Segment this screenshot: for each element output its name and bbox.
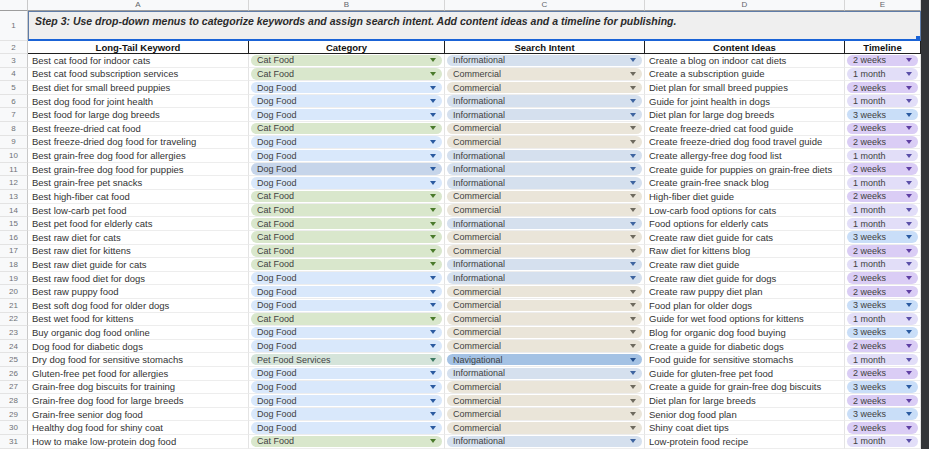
category-dropdown[interactable]: Dog Food (251, 109, 442, 121)
category-dropdown[interactable]: Dog Food (251, 272, 442, 284)
row-number[interactable]: 16 (0, 231, 28, 245)
content-idea-cell[interactable]: Create freeze-dried cat food guide (645, 122, 845, 136)
timeline-dropdown[interactable]: 2 weeks (847, 286, 918, 298)
keyword-cell[interactable]: Best cat food for indoor cats (28, 54, 249, 68)
search-intent-dropdown[interactable]: Informational (447, 109, 642, 121)
header-content-ideas[interactable]: Content Ideas (645, 41, 845, 54)
keyword-cell[interactable]: Best raw food diet for dogs (28, 272, 249, 286)
timeline-dropdown[interactable]: 1 month (847, 218, 918, 230)
content-idea-cell[interactable]: Diet plan for small breed puppies (645, 81, 845, 95)
row-number[interactable]: 4 (0, 68, 28, 82)
row-number[interactable]: 24 (0, 340, 28, 354)
category-dropdown[interactable]: Dog Food (251, 177, 442, 189)
timeline-dropdown[interactable]: 2 weeks (847, 191, 918, 203)
row-number[interactable]: 28 (0, 394, 28, 408)
timeline-dropdown[interactable]: 2 weeks (847, 395, 918, 407)
search-intent-dropdown[interactable]: Commercial (447, 327, 642, 339)
timeline-dropdown[interactable]: 3 weeks (847, 327, 918, 339)
row-number[interactable]: 20 (0, 285, 28, 299)
timeline-dropdown[interactable]: 2 weeks (847, 136, 918, 148)
timeline-dropdown[interactable]: 2 weeks (847, 82, 918, 94)
category-dropdown[interactable]: Cat Food (251, 436, 442, 448)
keyword-cell[interactable]: Best high-fiber cat food (28, 190, 249, 204)
content-idea-cell[interactable]: Food guide for sensitive stomachs (645, 353, 845, 367)
content-idea-cell[interactable]: Guide for wet food options for kittens (645, 313, 845, 327)
row-number[interactable]: 15 (0, 217, 28, 231)
category-dropdown[interactable]: Dog Food (251, 150, 442, 162)
timeline-dropdown[interactable]: 2 weeks (847, 422, 918, 434)
search-intent-dropdown[interactable]: Informational (447, 436, 642, 448)
search-intent-dropdown[interactable]: Navigational (447, 354, 642, 366)
category-dropdown[interactable]: Dog Food (251, 368, 442, 380)
keyword-cell[interactable]: Best food for large dog breeds (28, 108, 249, 122)
search-intent-dropdown[interactable]: Commercial (447, 245, 642, 257)
column-header-c[interactable]: C (445, 0, 645, 11)
timeline-dropdown[interactable]: 1 month (847, 68, 918, 80)
search-intent-dropdown[interactable]: Informational (447, 218, 642, 230)
row-number[interactable]: 26 (0, 367, 28, 381)
content-idea-cell[interactable]: Diet plan for large breeds (645, 394, 845, 408)
row-number[interactable]: 27 (0, 381, 28, 395)
row-number[interactable]: 13 (0, 190, 28, 204)
timeline-dropdown[interactable]: 2 weeks (847, 163, 918, 175)
search-intent-dropdown[interactable]: Commercial (447, 123, 642, 135)
content-idea-cell[interactable]: High-fiber diet guide (645, 190, 845, 204)
category-dropdown[interactable]: Dog Food (251, 340, 442, 352)
row-number[interactable]: 29 (0, 408, 28, 422)
keyword-cell[interactable]: Best freeze-dried cat food (28, 122, 249, 136)
keyword-cell[interactable]: Best low-carb pet food (28, 204, 249, 218)
timeline-dropdown[interactable]: 2 weeks (847, 368, 918, 380)
timeline-dropdown[interactable]: 3 weeks (847, 300, 918, 312)
content-idea-cell[interactable]: Guide for gluten-free pet food (645, 367, 845, 381)
content-idea-cell[interactable]: Create a blog on indoor cat diets (645, 54, 845, 68)
content-idea-cell[interactable]: Create allergy-free dog food list (645, 149, 845, 163)
content-idea-cell[interactable]: Diet plan for large dog breeds (645, 108, 845, 122)
row-number[interactable]: 12 (0, 176, 28, 190)
search-intent-dropdown[interactable]: Informational (447, 177, 642, 189)
timeline-dropdown[interactable]: 2 weeks (847, 340, 918, 352)
content-idea-cell[interactable]: Create raw diet guide for dogs (645, 272, 845, 286)
header-search-intent[interactable]: Search Intent (445, 41, 645, 54)
timeline-dropdown[interactable]: 2 weeks (847, 245, 918, 257)
content-idea-cell[interactable]: Food options for elderly cats (645, 217, 845, 231)
row-number[interactable]: 6 (0, 95, 28, 109)
keyword-cell[interactable]: Best soft dog food for older dogs (28, 299, 249, 313)
timeline-dropdown[interactable]: 1 month (847, 95, 918, 107)
timeline-dropdown[interactable]: 1 month (847, 150, 918, 162)
row-number[interactable]: 21 (0, 299, 28, 313)
category-dropdown[interactable]: Dog Food (251, 327, 442, 339)
search-intent-dropdown[interactable]: Commercial (447, 408, 642, 420)
timeline-dropdown[interactable]: 1 month (847, 313, 918, 325)
timeline-dropdown[interactable]: 3 weeks (847, 408, 918, 420)
keyword-cell[interactable]: Buy organic dog food online (28, 326, 249, 340)
category-dropdown[interactable]: Cat Food (251, 218, 442, 230)
timeline-dropdown[interactable]: 2 weeks (847, 272, 918, 284)
keyword-cell[interactable]: Best raw diet guide for cats (28, 258, 249, 272)
content-idea-cell[interactable]: Food plan for older dogs (645, 299, 845, 313)
keyword-cell[interactable]: Best diet for small breed puppies (28, 81, 249, 95)
header-long-tail-keyword[interactable]: Long-Tail Keyword (28, 41, 249, 54)
content-idea-cell[interactable]: Create guide for puppies on grain-free d… (645, 163, 845, 177)
search-intent-dropdown[interactable]: Commercial (447, 68, 642, 80)
header-category[interactable]: Category (249, 41, 445, 54)
search-intent-dropdown[interactable]: Commercial (447, 191, 642, 203)
content-idea-cell[interactable]: Create a subscription guide (645, 68, 845, 82)
row-number[interactable]: 9 (0, 136, 28, 150)
category-dropdown[interactable]: Dog Food (251, 422, 442, 434)
search-intent-dropdown[interactable]: Commercial (447, 204, 642, 216)
row-number[interactable]: 31 (0, 435, 28, 449)
category-dropdown[interactable]: Cat Food (251, 68, 442, 80)
content-idea-cell[interactable]: Create raw diet guide for cats (645, 231, 845, 245)
keyword-cell[interactable]: Best raw diet for kittens (28, 245, 249, 259)
timeline-dropdown[interactable]: 1 month (847, 177, 918, 189)
row-number[interactable]: 3 (0, 54, 28, 68)
keyword-cell[interactable]: How to make low-protein dog food (28, 435, 249, 449)
header-timeline[interactable]: Timeline (845, 41, 921, 54)
search-intent-dropdown[interactable]: Informational (447, 259, 642, 271)
row-number[interactable]: 30 (0, 421, 28, 435)
category-dropdown[interactable]: Cat Food (251, 313, 442, 325)
content-idea-cell[interactable]: Create raw puppy diet plan (645, 285, 845, 299)
keyword-cell[interactable]: Best freeze-dried dog food for traveling (28, 136, 249, 150)
row-number[interactable]: 7 (0, 108, 28, 122)
search-intent-dropdown[interactable]: Commercial (447, 381, 642, 393)
